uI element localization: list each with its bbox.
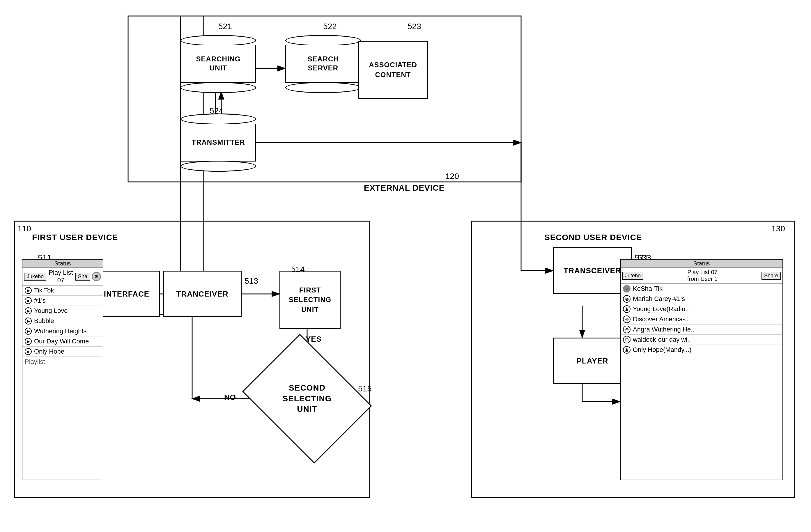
label-524: 524 [210,106,223,115]
song-item-3[interactable]: ▶ Young Love [22,306,103,316]
label-523: 523 [408,22,421,31]
play-icon-4: ▶ [25,317,32,325]
song-item-7[interactable]: ▶ Only Hope [22,347,103,357]
song2-item-6[interactable]: ⊕ waldeck-our day wi.. [621,335,782,345]
play-icon-5: ▶ [25,328,32,335]
device1-title: Play List 07 [48,269,74,284]
device1-footer: Playlist [22,357,103,367]
song-name-5: Wuthering Heights [34,327,87,335]
tranceiver-box: TRANCEIVER [163,271,242,317]
device1-left-btn[interactable]: Jukebo [24,273,46,281]
transmitter: TRANSMITTER [181,113,256,172]
label-522: 522 [323,22,337,31]
song2-name-7: Only Hope(Mandy...) [633,346,691,354]
song2-icon-6: ⊕ [623,336,630,343]
song2-item-3[interactable]: ♟ Young Love(Radio.. [621,304,782,314]
second-user-device-label: SECOND USER DEVICE [544,233,642,242]
device2-status-bar: Status [621,260,782,268]
device1-status-bar: Status [22,260,103,268]
song2-name-1: KeSha-Tik [633,285,662,293]
play-icon-7: ▶ [25,348,32,355]
searching-unit: SEARCHINGUNIT [181,35,256,93]
song2-icon-7: ♟ [623,346,630,354]
label-120: 120 [445,172,459,181]
device2-title: Play List 07from User 1 [645,269,760,282]
song2-name-3: Young Love(Radio.. [633,305,689,313]
song-name-4: Bubble [34,317,54,325]
song2-icon-3: ♟ [623,305,630,313]
external-device-label: EXTERNAL DEVICE [364,183,444,193]
song-item-5[interactable]: ▶ Wuthering Heights [22,326,103,337]
song-item-2[interactable]: ▶ #1's [22,296,103,306]
song2-name-6: waldeck-our day wi.. [633,336,691,343]
song2-item-4[interactable]: ⊛ Discover America-.. [621,314,782,325]
song2-item-5[interactable]: ⊛ Angra Wuthering He.. [621,325,782,335]
song2-name-2: Mariah Carey-#1's [633,295,685,303]
play-icon-2: ▶ [25,297,32,304]
device2-title-bar: Jutebo Play List 07from User 1 Share [621,268,782,284]
song2-item-7[interactable]: ♟ Only Hope(Mandy...) [621,345,782,355]
play-icon-3: ▶ [25,307,32,314]
song-name-3: Young Love [34,307,67,315]
first-selecting-unit-box: FIRSTSELECTINGUNIT [279,271,340,329]
settings-gear-icon: ⚙ [92,272,101,281]
play-icon-1: ▶ [25,287,32,294]
song-name-7: Only Hope [34,348,64,355]
song-name-6: Our Day Will Come [34,338,89,345]
song2-icon-2: ⊗ [623,295,630,303]
second-selecting-unit-label: SECONDSELECTINGUNIT [282,383,332,414]
label-130: 130 [771,224,785,233]
song-name-2: #1's [34,297,46,304]
device1-right-btn[interactable]: Sha [75,273,90,281]
associated-content: ASSOCIATEDCONTENT [358,41,428,99]
song-item-4[interactable]: ▶ Bubble [22,316,103,326]
first-user-device-label: FIRST USER DEVICE [32,233,118,242]
device2-left-btn[interactable]: Jutebo [622,272,643,280]
label-521: 521 [218,22,232,31]
play-icon-6: ▶ [25,338,32,345]
label-110: 110 [17,224,31,233]
song-item-1[interactable]: ▶ Tik Tok [22,285,103,296]
song2-name-5: Angra Wuthering He.. [633,326,694,333]
song2-item-1[interactable]: ♪ KeSha-Tik [621,284,782,294]
song-item-6[interactable]: ▶ Our Day Will Come [22,337,103,347]
song-name-1: Tik Tok [34,287,54,294]
song2-name-4: Discover America-.. [633,315,688,323]
no-label: NO [224,393,236,402]
device2-panel: Status Jutebo Play List 07from User 1 Sh… [620,259,783,480]
song2-icon-4: ⊛ [623,315,630,323]
song2-icon-1: ♪ [623,285,630,293]
search-server: SEARCHSERVER [285,35,361,93]
song2-item-2[interactable]: ⊗ Mariah Carey-#1's [621,294,782,304]
label-515: 515 [358,384,372,393]
second-selecting-unit-container: SECONDSELECTINGUNIT [256,358,358,439]
label-514: 514 [291,265,305,274]
device1-title-bar: Jukebo Play List 07 Sha ⚙ [22,268,103,285]
song2-icon-5: ⊛ [623,326,630,333]
device1-panel: Status Jukebo Play List 07 Sha ⚙ ▶ Tik T… [22,259,103,480]
label-513: 513 [245,277,258,286]
device2-right-btn[interactable]: Share [762,272,781,280]
